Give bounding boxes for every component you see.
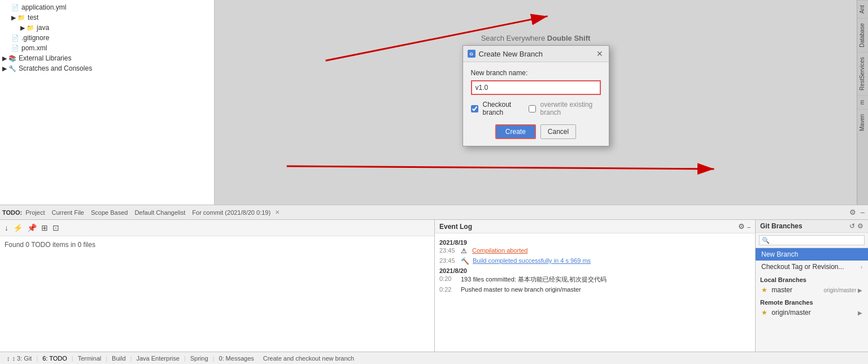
branch-name-input[interactable] <box>471 80 601 95</box>
file-icon: 📄 <box>11 4 19 11</box>
git-status-item[interactable]: ↕ ↕ 3: Git <box>5 355 34 362</box>
branch-name-label: New branch name: <box>471 69 601 77</box>
compilation-aborted-link[interactable]: Compilation aborted <box>472 247 527 254</box>
bottom-area: TODO: Project Current File Scope Based D… <box>0 205 868 352</box>
down-icon[interactable]: ↓ <box>3 222 10 233</box>
checkout-checkbox[interactable] <box>471 105 478 112</box>
create-branch-dialog: G Create New Branch ✕ New branch name: C… <box>463 45 609 146</box>
scratches-icon: ▶ 🔧 <box>2 65 16 72</box>
git-panel-settings-icon[interactable]: ⚙ <box>857 222 863 230</box>
event-text-commit: 193 files committed: 基本功能已经实现,初次提交代码 <box>461 275 607 284</box>
svg-line-2 <box>287 166 714 169</box>
bottom-tabs: TODO: Project Current File Scope Based D… <box>0 205 868 220</box>
git-search-input[interactable] <box>759 235 865 245</box>
modal-options: Checkout branch overwrite existing branc… <box>471 101 601 116</box>
event-text-push: Pushed master to new branch origin/maste… <box>461 286 581 293</box>
event-panel-header: Event Log ⚙ – <box>435 220 755 233</box>
modal-close-button[interactable]: ✕ <box>595 49 604 58</box>
git-branches-header: Git Branches ↺ ⚙ <box>756 220 868 233</box>
event-panel: Event Log ⚙ – 2021/8/19 23:45 ⚠ Compilat… <box>435 220 755 352</box>
ant-panel-button[interactable]: Ant <box>857 0 868 18</box>
filter-icon[interactable]: ⚡ <box>12 222 24 233</box>
modal-buttons: Create Cancel <box>471 124 601 139</box>
tree-item-external-libraries[interactable]: ▶ 📚 External Libraries <box>0 53 214 63</box>
git-checkout-tag-item[interactable]: Checkout Tag or Revision... › <box>756 261 868 273</box>
maven-panel-button[interactable]: Maven <box>857 109 868 136</box>
tab-close-icon[interactable]: ✕ <box>275 209 280 215</box>
file-icon: 📄 <box>11 45 19 52</box>
pin-icon[interactable]: 📌 <box>26 222 38 233</box>
file-icon: 📄 <box>11 34 19 42</box>
bottom-content: ↓ ⚡ 📌 ⊞ ⊡ Found 0 TODO items in 0 files … <box>0 220 868 352</box>
todo-message: Found 0 TODO items in 0 files <box>5 241 95 249</box>
git-search-box <box>756 233 868 248</box>
todo-toolbar: ↓ ⚡ 📌 ⊞ ⊡ <box>0 220 434 236</box>
event-date-2: 2021/8/20 <box>439 267 751 274</box>
folder-icon: ▶ 📁 <box>11 14 25 21</box>
tree-item-application-yml[interactable]: 📄 application.yml <box>0 2 214 12</box>
library-icon: ▶ 📚 <box>2 55 16 62</box>
tab-project[interactable]: Project <box>22 208 48 217</box>
chevron-right-icon: › <box>861 264 862 270</box>
local-branch-master[interactable]: ★ master origin/master ▶ <box>756 284 868 296</box>
todo-status-item[interactable]: 6: TODO <box>40 355 69 362</box>
layout-icon[interactable]: ⊞ <box>40 222 49 233</box>
minimize-icon[interactable]: – <box>860 207 866 218</box>
java-enterprise-status-item[interactable]: Java Enterprise <box>134 355 181 362</box>
event-row-build: 23:45 🔨 Build completed successfully in … <box>439 257 751 265</box>
todo-tab-prefix: TODO: <box>2 209 22 216</box>
event-warn-icon: ⚠ <box>461 247 469 255</box>
overwrite-label: overwrite existing branch <box>540 101 601 116</box>
event-time-3: 0:20 <box>439 275 457 282</box>
event-row-compilation: 23:45 ⚠ Compilation aborted <box>439 247 751 255</box>
git-refresh-icon[interactable]: ↺ <box>849 222 855 230</box>
tab-current-file[interactable]: Current File <box>49 208 88 217</box>
tree-item-gitignore[interactable]: 📄 .gitignore <box>0 33 214 43</box>
todo-content: Found 0 TODO items in 0 files <box>0 236 434 352</box>
right-toolbar: Ant Database RestServices m Maven <box>857 0 868 205</box>
status-bar: ↕ ↕ 3: Git | 6: TODO | Terminal | Build … <box>0 352 868 364</box>
status-message: Create and checkout new branch <box>263 355 354 362</box>
modal-title-text: Create New Branch <box>479 50 543 58</box>
tree-item-test[interactable]: ▶ 📁 test <box>0 12 214 23</box>
restservices-panel-button[interactable]: RestServices <box>857 52 868 95</box>
event-date-1: 2021/8/19 <box>439 239 751 246</box>
event-time-4: 0:22 <box>439 286 457 293</box>
expand-icon[interactable]: ⊡ <box>51 222 60 233</box>
database-panel-button[interactable]: Database <box>857 18 868 52</box>
event-gear-icon[interactable]: ⚙ <box>738 222 745 231</box>
tree-item-pom-xml[interactable]: 📄 pom.xml <box>0 43 214 53</box>
center-content: Search Everywhere Double Shift Go to Fil… <box>215 0 857 205</box>
event-close-icon[interactable]: – <box>747 223 751 230</box>
event-tool-icon: 🔨 <box>461 257 469 265</box>
create-button[interactable]: Create <box>495 124 536 139</box>
git-branches-title: Git Branches <box>760 222 802 230</box>
git-branches-panel: Git Branches ↺ ⚙ New Branch Checkout Tag… <box>755 220 868 352</box>
cancel-button[interactable]: Cancel <box>540 124 576 139</box>
terminal-status-item[interactable]: Terminal <box>76 355 104 362</box>
modal-title-left: G Create New Branch <box>468 50 543 58</box>
event-row-push: 0:22 Pushed master to new branch origin/… <box>439 286 751 293</box>
build-success-link[interactable]: Build completed successfully in 4 s 969 … <box>473 257 591 264</box>
gear-icon[interactable]: ⚙ <box>848 207 857 218</box>
remote-branches-label: Remote Branches <box>756 296 868 307</box>
tab-for-commit[interactable]: For commit (2021/8/20 0:19) <box>189 208 274 217</box>
spring-status-item[interactable]: Spring <box>188 355 211 362</box>
git-new-branch-item[interactable]: New Branch <box>756 248 868 261</box>
local-branches-label: Local Branches <box>756 273 868 284</box>
tab-default-changelist[interactable]: Default Changelist <box>131 208 189 217</box>
m-panel-button[interactable]: m <box>857 95 868 109</box>
modal-overlay: G Create New Branch ✕ New branch name: C… <box>215 0 857 205</box>
event-content: 2021/8/19 23:45 ⚠ Compilation aborted 23… <box>435 233 755 352</box>
tree-item-scratches[interactable]: ▶ 🔧 Scratches and Consoles <box>0 63 214 73</box>
remote-branch-origin-master[interactable]: ★ origin/master ▶ <box>756 307 868 318</box>
git-dialog-icon: G <box>468 50 476 58</box>
tab-gear-area: ⚙ – <box>848 207 866 218</box>
overwrite-checkbox[interactable] <box>529 105 536 112</box>
build-status-item[interactable]: Build <box>110 355 128 362</box>
tab-scope-based[interactable]: Scope Based <box>88 208 131 217</box>
git-header-icons: ↺ ⚙ <box>849 222 863 230</box>
tree-item-java[interactable]: ▶ 📁 java <box>0 23 214 33</box>
messages-status-item[interactable]: 0: Messages <box>216 355 256 362</box>
todo-panel: ↓ ⚡ 📌 ⊞ ⊡ Found 0 TODO items in 0 files <box>0 220 435 352</box>
